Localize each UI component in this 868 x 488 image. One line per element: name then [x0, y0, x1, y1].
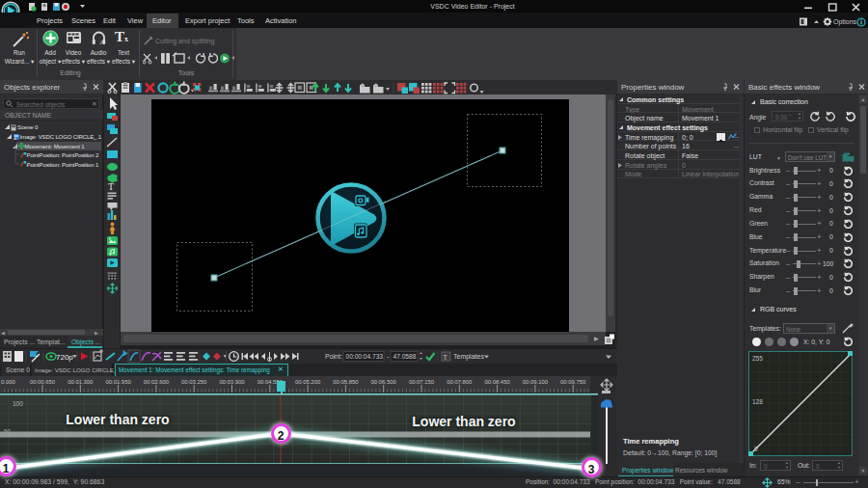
svg-text:100: 100: [13, 400, 23, 407]
svg-text:T: T: [444, 354, 448, 361]
svg-text:128: 128: [752, 398, 763, 405]
svg-text:00:06.500: 00:06.500: [371, 379, 397, 385]
svg-text:T: T: [108, 181, 114, 192]
svg-text:00:07.150: 00:07.150: [409, 379, 435, 385]
svg-text:00:03.900: 00:03.900: [219, 379, 245, 385]
svg-text:00:00:04.733: 00:00:04.733: [346, 353, 384, 360]
svg-text:0.000: 0.000: [1, 379, 15, 385]
svg-text:00:00.650: 00:00.650: [30, 379, 56, 385]
svg-text:50: 50: [4, 428, 12, 435]
svg-text:♪: ♪: [99, 39, 103, 45]
svg-text:00:09.100: 00:09.100: [523, 379, 549, 385]
svg-text:00:03.250: 00:03.250: [181, 379, 207, 385]
svg-text:00:05.850: 00:05.850: [333, 379, 359, 385]
svg-text:00:01.300: 00:01.300: [68, 379, 94, 385]
svg-text:Lower than zero: Lower than zero: [66, 412, 169, 427]
svg-text:-: -: [387, 353, 390, 360]
svg-text:47.0588: 47.0588: [393, 353, 417, 360]
svg-text:00:01.950: 00:01.950: [105, 379, 131, 385]
svg-text:00:05.200: 00:05.200: [295, 379, 321, 385]
svg-text:255: 255: [752, 355, 763, 362]
svg-text:Templates: Templates: [453, 353, 484, 361]
svg-text:720p: 720p: [56, 353, 73, 362]
svg-text:00:09.750: 00:09.750: [560, 379, 586, 385]
svg-text:00:02.600: 00:02.600: [144, 379, 170, 385]
svg-text:Point:: Point:: [325, 353, 342, 360]
svg-text:00:08.450: 00:08.450: [484, 379, 510, 385]
svg-text:00:07.800: 00:07.800: [447, 379, 473, 385]
svg-text:0: 0: [754, 446, 758, 452]
svg-text:Lower than zero: Lower than zero: [412, 414, 515, 429]
